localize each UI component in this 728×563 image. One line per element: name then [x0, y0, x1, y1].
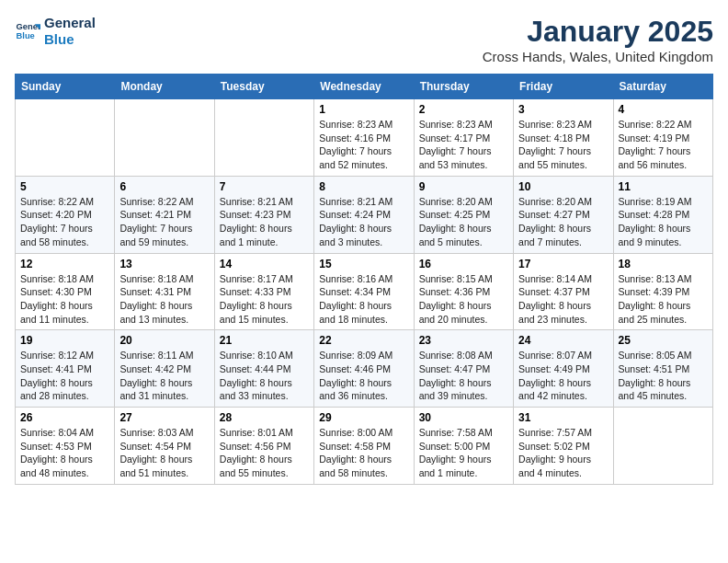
calendar-day-cell: 26Sunrise: 8:04 AM Sunset: 4:53 PM Dayli… — [16, 408, 115, 485]
day-info: Sunrise: 8:12 AM Sunset: 4:41 PM Dayligh… — [20, 349, 109, 403]
day-info: Sunrise: 8:01 AM Sunset: 4:56 PM Dayligh… — [220, 426, 309, 480]
calendar-day-cell — [214, 99, 313, 177]
calendar-day-cell — [613, 408, 712, 485]
day-number: 12 — [20, 258, 109, 270]
day-info: Sunrise: 8:22 AM Sunset: 4:20 PM Dayligh… — [20, 195, 109, 249]
day-number: 19 — [20, 334, 109, 347]
calendar-day-cell: 4Sunrise: 8:22 AM Sunset: 4:19 PM Daylig… — [613, 99, 712, 177]
day-number: 5 — [20, 180, 109, 193]
calendar-week-row: 19Sunrise: 8:12 AM Sunset: 4:41 PM Dayli… — [16, 330, 713, 408]
weekday-header-cell: Thursday — [414, 75, 513, 99]
day-info: Sunrise: 8:18 AM Sunset: 4:31 PM Dayligh… — [119, 272, 209, 327]
calendar-week-row: 1Sunrise: 8:23 AM Sunset: 4:16 PM Daylig… — [16, 99, 713, 177]
weekday-header-row: SundayMondayTuesdayWednesdayThursdayFrid… — [16, 75, 713, 99]
day-info: Sunrise: 8:13 AM Sunset: 4:39 PM Dayligh… — [619, 272, 708, 327]
day-number: 31 — [518, 411, 608, 424]
calendar-day-cell: 7Sunrise: 8:21 AM Sunset: 4:23 PM Daylig… — [214, 176, 313, 253]
day-number: 2 — [419, 103, 508, 116]
day-number: 9 — [419, 180, 508, 193]
calendar-day-cell: 24Sunrise: 8:07 AM Sunset: 4:49 PM Dayli… — [514, 330, 613, 408]
day-number: 25 — [619, 334, 708, 347]
day-number: 22 — [319, 334, 408, 347]
day-info: Sunrise: 8:07 AM Sunset: 4:49 PM Dayligh… — [518, 349, 608, 403]
day-info: Sunrise: 8:09 AM Sunset: 4:46 PM Dayligh… — [319, 349, 408, 403]
header: General Blue General Blue January 2025 C… — [15, 15, 713, 64]
day-info: Sunrise: 8:08 AM Sunset: 4:47 PM Dayligh… — [419, 349, 508, 403]
calendar-day-cell: 2Sunrise: 8:23 AM Sunset: 4:17 PM Daylig… — [414, 99, 513, 177]
day-number: 8 — [319, 180, 408, 193]
day-info: Sunrise: 8:17 AM Sunset: 4:33 PM Dayligh… — [220, 272, 309, 327]
logo-text-blue: Blue — [44, 31, 96, 48]
calendar-day-cell: 6Sunrise: 8:22 AM Sunset: 4:21 PM Daylig… — [115, 176, 214, 253]
calendar-day-cell: 8Sunrise: 8:21 AM Sunset: 4:24 PM Daylig… — [314, 176, 414, 253]
day-number: 6 — [119, 180, 209, 193]
day-number: 26 — [20, 411, 109, 424]
day-number: 20 — [119, 334, 209, 347]
calendar-day-cell: 27Sunrise: 8:03 AM Sunset: 4:54 PM Dayli… — [115, 408, 214, 485]
day-info: Sunrise: 8:22 AM Sunset: 4:19 PM Dayligh… — [619, 118, 708, 172]
day-number: 15 — [319, 258, 408, 270]
calendar-day-cell: 5Sunrise: 8:22 AM Sunset: 4:20 PM Daylig… — [16, 176, 115, 253]
weekday-header-cell: Monday — [115, 75, 214, 99]
day-number: 21 — [220, 334, 309, 347]
day-info: Sunrise: 8:23 AM Sunset: 4:16 PM Dayligh… — [319, 118, 408, 172]
calendar-body: 1Sunrise: 8:23 AM Sunset: 4:16 PM Daylig… — [16, 99, 713, 485]
calendar-day-cell: 31Sunrise: 7:57 AM Sunset: 5:02 PM Dayli… — [514, 408, 613, 485]
calendar-title: January 2025 — [483, 15, 713, 49]
day-info: Sunrise: 8:23 AM Sunset: 4:18 PM Dayligh… — [518, 118, 608, 172]
day-number: 10 — [518, 180, 608, 193]
calendar-day-cell: 22Sunrise: 8:09 AM Sunset: 4:46 PM Dayli… — [314, 330, 414, 408]
day-info: Sunrise: 8:16 AM Sunset: 4:34 PM Dayligh… — [319, 272, 408, 327]
calendar-day-cell: 14Sunrise: 8:17 AM Sunset: 4:33 PM Dayli… — [214, 253, 313, 330]
day-number: 16 — [419, 258, 508, 270]
day-info: Sunrise: 7:58 AM Sunset: 5:00 PM Dayligh… — [419, 426, 508, 480]
calendar-day-cell: 21Sunrise: 8:10 AM Sunset: 4:44 PM Dayli… — [214, 330, 313, 408]
weekday-header-cell: Wednesday — [314, 75, 414, 99]
calendar-day-cell: 10Sunrise: 8:20 AM Sunset: 4:27 PM Dayli… — [514, 176, 613, 253]
calendar-day-cell: 18Sunrise: 8:13 AM Sunset: 4:39 PM Dayli… — [613, 253, 712, 330]
calendar-day-cell: 23Sunrise: 8:08 AM Sunset: 4:47 PM Dayli… — [414, 330, 513, 408]
logo-icon: General Blue — [15, 18, 40, 44]
calendar-day-cell: 15Sunrise: 8:16 AM Sunset: 4:34 PM Dayli… — [314, 253, 414, 330]
calendar-day-cell: 17Sunrise: 8:14 AM Sunset: 4:37 PM Dayli… — [514, 253, 613, 330]
day-number: 3 — [518, 103, 608, 116]
day-info: Sunrise: 8:03 AM Sunset: 4:54 PM Dayligh… — [119, 426, 209, 480]
day-info: Sunrise: 8:18 AM Sunset: 4:30 PM Dayligh… — [20, 272, 109, 327]
calendar-day-cell: 28Sunrise: 8:01 AM Sunset: 4:56 PM Dayli… — [214, 408, 313, 485]
day-number: 1 — [319, 103, 408, 116]
svg-text:General: General — [17, 22, 40, 31]
calendar-subtitle: Cross Hands, Wales, United Kingdom — [483, 49, 713, 64]
calendar-day-cell: 3Sunrise: 8:23 AM Sunset: 4:18 PM Daylig… — [514, 99, 613, 177]
calendar-day-cell: 25Sunrise: 8:05 AM Sunset: 4:51 PM Dayli… — [613, 330, 712, 408]
calendar-day-cell: 13Sunrise: 8:18 AM Sunset: 4:31 PM Dayli… — [115, 253, 214, 330]
weekday-header-cell: Sunday — [16, 75, 115, 99]
day-info: Sunrise: 8:21 AM Sunset: 4:23 PM Dayligh… — [220, 195, 309, 249]
calendar-day-cell: 1Sunrise: 8:23 AM Sunset: 4:16 PM Daylig… — [314, 99, 414, 177]
calendar-day-cell: 9Sunrise: 8:20 AM Sunset: 4:25 PM Daylig… — [414, 176, 513, 253]
day-info: Sunrise: 8:14 AM Sunset: 4:37 PM Dayligh… — [518, 272, 608, 327]
weekday-header-cell: Tuesday — [214, 75, 313, 99]
day-info: Sunrise: 8:11 AM Sunset: 4:42 PM Dayligh… — [119, 349, 209, 403]
day-info: Sunrise: 8:00 AM Sunset: 4:58 PM Dayligh… — [319, 426, 408, 480]
day-number: 13 — [119, 258, 209, 270]
calendar-day-cell — [115, 99, 214, 177]
day-info: Sunrise: 8:23 AM Sunset: 4:17 PM Dayligh… — [419, 118, 508, 172]
calendar-week-row: 12Sunrise: 8:18 AM Sunset: 4:30 PM Dayli… — [16, 253, 713, 330]
calendar-week-row: 5Sunrise: 8:22 AM Sunset: 4:20 PM Daylig… — [16, 176, 713, 253]
logo-text-general: General — [44, 15, 96, 31]
weekday-header-cell: Friday — [514, 75, 613, 99]
day-info: Sunrise: 8:22 AM Sunset: 4:21 PM Dayligh… — [119, 195, 209, 249]
day-info: Sunrise: 8:21 AM Sunset: 4:24 PM Dayligh… — [319, 195, 408, 249]
calendar-day-cell: 16Sunrise: 8:15 AM Sunset: 4:36 PM Dayli… — [414, 253, 513, 330]
day-number: 17 — [518, 258, 608, 270]
logo: General Blue General Blue — [15, 15, 96, 48]
calendar-day-cell — [16, 99, 115, 177]
calendar-day-cell: 19Sunrise: 8:12 AM Sunset: 4:41 PM Dayli… — [16, 330, 115, 408]
day-info: Sunrise: 8:10 AM Sunset: 4:44 PM Dayligh… — [220, 349, 309, 403]
day-number: 24 — [518, 334, 608, 347]
day-info: Sunrise: 7:57 AM Sunset: 5:02 PM Dayligh… — [518, 426, 608, 480]
day-info: Sunrise: 8:20 AM Sunset: 4:25 PM Dayligh… — [419, 195, 508, 249]
weekday-header-cell: Saturday — [613, 75, 712, 99]
day-number: 29 — [319, 411, 408, 424]
day-number: 28 — [220, 411, 309, 424]
